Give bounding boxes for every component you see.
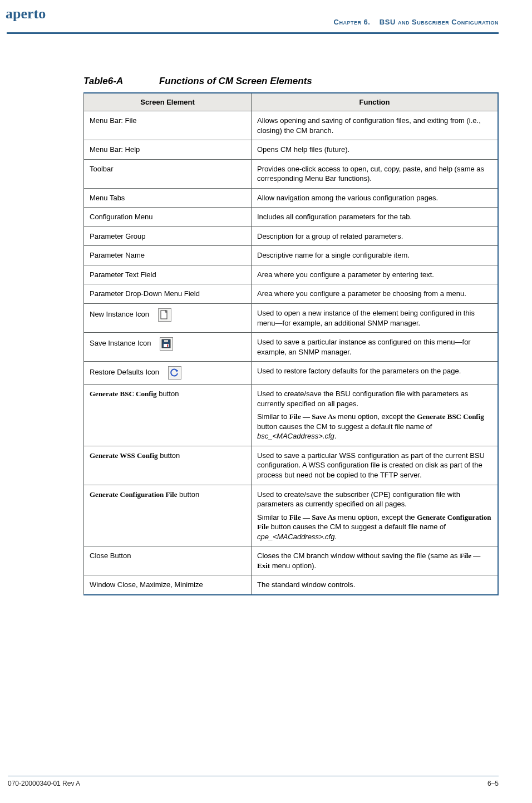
cell-function: Allows opening and saving of configurati… (252, 111, 499, 140)
chapter-label: Chapter 6. (334, 18, 371, 26)
cell-function: Used to restore factory defaults for the… (252, 362, 499, 385)
cell-function: Used to create/save the subscriber (CPE)… (252, 485, 499, 546)
cell-function: Used to save a particular WSS configurat… (252, 446, 499, 485)
cell-function: Used to open a new instance of the eleme… (252, 304, 499, 333)
col-header-element: Screen Element (84, 93, 252, 111)
cell-element: Configuration Menu (84, 208, 252, 227)
table-row: Configuration Menu Includes all configur… (84, 208, 499, 227)
cell-element: Menu Bar: Help (84, 140, 252, 160)
page-header: aperto Chapter 6. BSU and Subscriber Con… (33, 6, 499, 37)
cell-element: Save Instance Icon (84, 333, 252, 362)
table-row: Parameter Group Description for a group … (84, 226, 499, 246)
row-label-bold: Generate BSC Config (90, 390, 157, 398)
chapter-title: BSU and Subscriber Configuration (380, 18, 499, 26)
table-row: Generate Configuration File button Used … (84, 485, 499, 546)
cell-function: Used to create/save the BSU configuratio… (252, 385, 499, 446)
logo-main: aperto (6, 6, 46, 22)
table-row: New Instance Icon Used to open a new ins… (84, 304, 499, 333)
cell-element: Generate WSS Config button (84, 446, 252, 485)
table-id: Table6-A (83, 76, 123, 86)
table-row: Parameter Name Descriptive name for a si… (84, 246, 499, 265)
header-rule (7, 32, 499, 34)
table-header-row: Screen Element Function (84, 93, 499, 111)
table-title: Functions of CM Screen Elements (159, 76, 312, 86)
table-row: Restore Defaults Icon Used to restore fa… (84, 362, 499, 385)
table-row: Generate BSC Config button Used to creat… (84, 385, 499, 446)
col-header-function: Function (252, 93, 499, 111)
cell-element: New Instance Icon (84, 304, 252, 333)
row-label: Save Instance Icon (90, 339, 151, 348)
cell-element: Parameter Drop-Down Menu Field (84, 284, 252, 304)
document-page: aperto Chapter 6. BSU and Subscriber Con… (0, 0, 532, 803)
cell-element: Menu Tabs (84, 188, 252, 208)
func-para: Similar to File — Save As menu option, e… (257, 513, 492, 542)
cell-element: Window Close, Maximize, Minimize (84, 575, 252, 595)
func-text: Used to create/save the BSU configuratio… (257, 390, 468, 408)
footer-pagenum: 6–5 (487, 780, 499, 787)
func-para: Similar to File — Save As menu option, e… (257, 412, 492, 441)
cm-elements-table: Screen Element Function Menu Bar: File A… (83, 92, 499, 595)
row-label-bold: Generate WSS Config (90, 451, 158, 460)
cell-element: Restore Defaults Icon (84, 362, 252, 385)
row-label-bold: Generate Configuration File (90, 490, 177, 499)
new-instance-icon (158, 308, 171, 322)
cell-function: Provides one-click access to open, cut, … (252, 159, 499, 188)
table-row: Window Close, Maximize, Minimize The sta… (84, 575, 499, 595)
table-caption: Table6-A Functions of CM Screen Elements (83, 76, 499, 87)
row-label-suffix: button (177, 490, 199, 499)
svg-rect-3 (164, 340, 168, 342)
cell-element: Menu Bar: File (84, 111, 252, 140)
save-instance-icon (160, 337, 173, 351)
cell-function: Opens CM help files (future). (252, 140, 499, 160)
cell-function: Closes the CM branch window without savi… (252, 546, 499, 575)
table-row: Toolbar Provides one-click access to ope… (84, 159, 499, 188)
footer-docid: 070-20000340-01 Rev A (8, 780, 80, 787)
cell-function: Used to save a particular instance as co… (252, 333, 499, 362)
cell-function: Area where you configure a parameter by … (252, 265, 499, 284)
cell-element: Parameter Group (84, 226, 252, 246)
row-label: Restore Defaults Icon (90, 368, 159, 377)
svg-marker-5 (175, 370, 178, 372)
cell-function: Includes all configuration parameters fo… (252, 208, 499, 227)
page-footer: 070-20000340-01 Rev A 6–5 (8, 776, 499, 787)
cell-function: Description for a group of related param… (252, 226, 499, 246)
row-label-suffix: button (158, 451, 180, 460)
cell-function: The standard window controls. (252, 575, 499, 595)
table-row: Parameter Drop-Down Menu Field Area wher… (84, 284, 499, 304)
svg-rect-4 (167, 344, 168, 347)
cell-function: Descriptive name for a single configurab… (252, 246, 499, 265)
cell-element: Close Button (84, 546, 252, 575)
table-row: Generate WSS Config button Used to save … (84, 446, 499, 485)
restore-defaults-icon (168, 366, 181, 380)
row-label: New Instance Icon (90, 310, 149, 318)
table-row: Menu Bar: File Allows opening and saving… (84, 111, 499, 140)
cell-element: Generate BSC Config button (84, 385, 252, 446)
table-row: Parameter Text Field Area where you conf… (84, 265, 499, 284)
company-logo: aperto (6, 6, 46, 22)
cell-function: Area where you configure a parameter be … (252, 284, 499, 304)
table-row: Save Instance Icon Used to save a partic… (84, 333, 499, 362)
cell-element: Parameter Text Field (84, 265, 252, 284)
table-row: Menu Bar: Help Opens CM help files (futu… (84, 140, 499, 160)
cell-function: Allow navigation among the various confi… (252, 188, 499, 208)
table-row: Menu Tabs Allow navigation among the var… (84, 188, 499, 208)
cell-element: Parameter Name (84, 246, 252, 265)
chapter-header: Chapter 6. BSU and Subscriber Configurat… (334, 18, 499, 26)
row-label-suffix: button (157, 390, 179, 398)
cell-element: Toolbar (84, 159, 252, 188)
table-row: Close Button Closes the CM branch window… (84, 546, 499, 575)
cell-element: Generate Configuration File button (84, 485, 252, 546)
func-text: Used to create/save the subscriber (CPE)… (257, 490, 460, 509)
page-content: Table6-A Functions of CM Screen Elements… (83, 76, 499, 595)
